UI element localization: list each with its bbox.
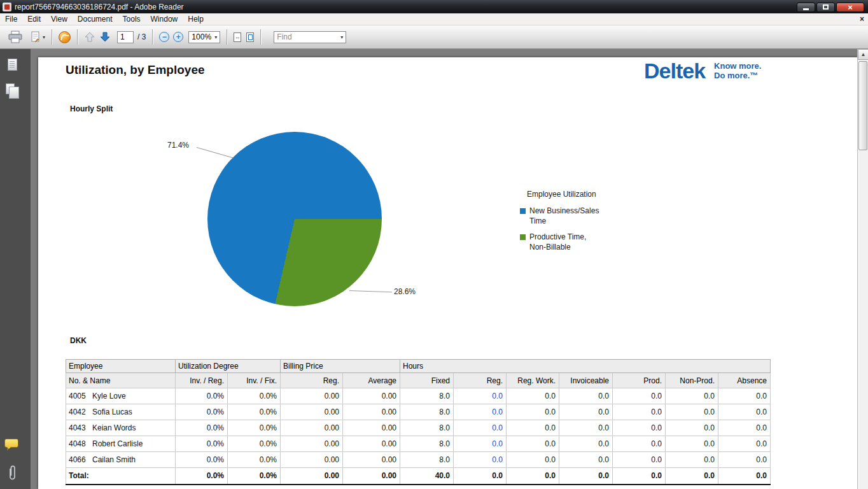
currency-label: DKK	[70, 336, 87, 345]
previous-page-button[interactable]	[84, 31, 95, 43]
value-cell: 0.0%	[176, 420, 228, 436]
menu-document[interactable]: Document	[73, 13, 118, 25]
table-row: 4005Kyle Love0.0%0.0%0.000.008.00.00.00.…	[66, 388, 771, 404]
close-button[interactable]: ×	[836, 3, 864, 12]
value-cell: 0.0	[559, 404, 613, 420]
legend-label: Productive Time, Non-Billable	[529, 232, 603, 252]
menu-edit[interactable]: Edit	[22, 13, 46, 25]
value-cell: 0.0%	[228, 404, 281, 420]
total-value-cell: 0.0	[718, 468, 771, 485]
table-row: 4066Cailan Smith0.0%0.0%0.000.008.00.00.…	[66, 452, 771, 468]
legend-item: New Business/Sales Time	[520, 206, 634, 226]
column-header: Non-Prod.	[666, 373, 718, 388]
document-icon	[31, 31, 41, 43]
find-input[interactable]	[277, 32, 333, 41]
maximize-button[interactable]	[816, 3, 835, 12]
scrollbar-thumb[interactable]	[858, 61, 867, 150]
pie-slice-label: 28.6%	[394, 287, 416, 296]
group-header-utilization: Utilization Degree	[176, 360, 281, 373]
minimize-button[interactable]	[797, 3, 815, 12]
value-cell: 0.0	[613, 452, 666, 468]
employee-number: 4005	[69, 392, 92, 400]
window-title: report7566794663036186724.pdf - Adobe Re…	[15, 3, 184, 11]
total-label: Total:	[66, 468, 176, 485]
total-value-cell: 0.0%	[176, 468, 228, 485]
find-box: ▾	[274, 31, 346, 43]
window-controls: ×	[797, 2, 868, 12]
share-button[interactable]: ▾	[31, 31, 45, 43]
chevron-down-icon: ▾	[43, 34, 45, 40]
table-row: 4048Robert Carlisle0.0%0.0%0.000.008.00.…	[66, 436, 771, 452]
document-viewer: Utilization, by Employee Deltek Know mor…	[31, 49, 857, 489]
hours-reg-link[interactable]: 0.0	[454, 420, 507, 436]
hours-reg-link[interactable]: 0.0	[454, 452, 507, 468]
vertical-scrollbar[interactable]: ▲	[857, 49, 868, 489]
collaborate-button[interactable]	[59, 31, 71, 43]
value-cell: 0.00	[281, 420, 343, 436]
paperclip-icon	[7, 464, 17, 482]
menu-view[interactable]: View	[46, 13, 73, 25]
menu-window[interactable]: Window	[146, 13, 183, 25]
document-close-button[interactable]: ×	[860, 15, 864, 24]
utilization-table: Employee Utilization Degree Billing Pric…	[66, 359, 771, 485]
find-options-button[interactable]: ▾	[340, 34, 343, 40]
table-group-header-row: Employee Utilization Degree Billing Pric…	[66, 360, 771, 373]
print-button[interactable]	[8, 31, 23, 43]
value-cell: 0.0%	[228, 420, 281, 436]
layers-panel-button[interactable]	[6, 83, 15, 94]
attachments-panel-button[interactable]	[7, 464, 17, 485]
brand-name: Deltek	[644, 59, 705, 83]
total-value-cell: 0.0%	[228, 468, 281, 485]
arrow-up-icon	[84, 31, 95, 43]
value-cell: 0.0	[507, 420, 559, 436]
titlebar: report7566794663036186724.pdf - Adobe Re…	[0, 0, 868, 13]
double-page-icon	[6, 83, 15, 94]
toolbar-separator	[152, 29, 153, 45]
employee-number: 4048	[69, 439, 92, 448]
total-value-cell: 0.0	[454, 468, 507, 485]
employee-name-cell: 4005Kyle Love	[66, 388, 176, 404]
chart-legend: Employee Utilization New Business/Sales …	[520, 190, 634, 259]
zoom-level-select[interactable]: 100% ▾	[188, 31, 220, 43]
value-cell: 8.0	[400, 436, 454, 452]
thumbnails-panel-button[interactable]	[8, 59, 17, 71]
arrow-down-icon	[99, 31, 111, 43]
value-cell: 0.0	[718, 388, 771, 404]
table-total-row: Total: 0.0% 0.0% 0.00 0.00 40.0 0.0 0.0 …	[66, 468, 771, 485]
toolbar-separator	[77, 29, 78, 45]
total-value-cell: 0.0	[559, 468, 613, 485]
next-page-button[interactable]	[99, 31, 111, 43]
adobe-reader-window: report7566794663036186724.pdf - Adobe Re…	[0, 0, 868, 489]
fit-width-button[interactable]: ↔	[234, 32, 241, 42]
menu-file[interactable]: File	[0, 13, 22, 25]
comments-panel-button[interactable]	[4, 439, 18, 448]
hours-reg-link[interactable]: 0.0	[454, 436, 507, 452]
legend-swatch	[520, 208, 526, 214]
employee-name-cell: 4042Sofia Lucas	[66, 404, 176, 420]
hours-reg-link[interactable]: 0.0	[454, 404, 507, 420]
menubar: File Edit View Document Tools Window Hel…	[0, 13, 868, 25]
value-cell: 0.0	[613, 436, 666, 452]
value-cell: 0.0%	[176, 452, 228, 468]
value-cell: 0.00	[343, 452, 400, 468]
menu-tools[interactable]: Tools	[118, 13, 146, 25]
scroll-up-button[interactable]: ▲	[858, 49, 868, 60]
employee-name-cell: 4043Keian Words	[66, 420, 176, 436]
page-number-input[interactable]	[117, 31, 134, 43]
fit-page-button[interactable]	[246, 32, 254, 42]
leader-line	[349, 290, 392, 292]
value-cell: 0.0	[718, 420, 771, 436]
zoom-out-button[interactable]: −	[159, 32, 169, 42]
value-cell: 0.0	[666, 436, 718, 452]
total-value-cell: 0.0	[666, 468, 718, 485]
column-header: Fixed	[400, 373, 454, 388]
value-cell: 0.0	[718, 452, 771, 468]
menu-help[interactable]: Help	[183, 13, 209, 25]
value-cell: 0.0	[666, 420, 718, 436]
group-header-hours: Hours	[400, 360, 771, 373]
hours-reg-link[interactable]: 0.0	[454, 388, 507, 404]
column-header: Reg.	[454, 373, 507, 388]
zoom-in-button[interactable]: +	[173, 32, 183, 42]
value-cell: 0.00	[343, 420, 400, 436]
value-cell: 0.0	[507, 404, 559, 420]
